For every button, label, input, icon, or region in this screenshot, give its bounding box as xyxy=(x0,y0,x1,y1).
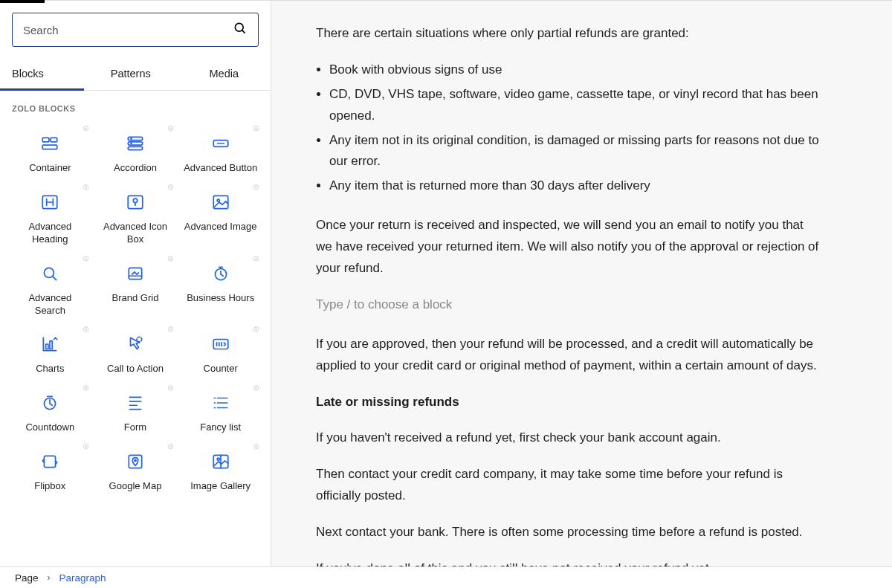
block-label: Advanced Button xyxy=(184,162,257,175)
block-label: Advanced Search xyxy=(13,292,87,317)
top-marker xyxy=(0,0,45,3)
search-input[interactable] xyxy=(23,24,233,36)
block-item-iconbox[interactable]: ⦾Advanced Icon Box xyxy=(93,179,178,251)
block-badge-icon: ⦾ xyxy=(83,125,88,133)
block-label: Charts xyxy=(36,363,64,375)
container-icon xyxy=(40,134,59,153)
block-item-charts[interactable]: ⦾Charts xyxy=(7,321,93,380)
block-item-counter[interactable]: ⦾Counter xyxy=(178,321,263,380)
breadcrumb-item[interactable]: Page xyxy=(15,572,39,584)
block-badge-icon: ⦾ xyxy=(168,384,173,392)
block-placeholder[interactable]: Type / to choose a block xyxy=(316,294,821,316)
search-box[interactable] xyxy=(12,13,259,47)
cta-icon xyxy=(126,335,145,354)
block-badge-icon: ⦾ xyxy=(253,125,259,133)
tab-patterns[interactable]: Patterns xyxy=(84,59,178,90)
svg-point-16 xyxy=(217,199,219,201)
block-item-fancylist[interactable]: ⦾Fancy list xyxy=(178,380,263,439)
block-badge-icon: ⦾ xyxy=(168,443,173,451)
heading-strong[interactable]: Late or missing refunds xyxy=(316,392,821,413)
paragraph[interactable]: Then contact your credit card company, i… xyxy=(316,464,821,507)
block-badge-icon: ⦾ xyxy=(168,125,173,133)
iconbox-icon xyxy=(126,193,145,212)
block-label: Advanced Heading xyxy=(13,221,87,246)
block-badge-icon: ⦾ xyxy=(253,326,259,334)
paragraph[interactable]: If you haven't received a refund yet, fi… xyxy=(316,427,821,449)
block-label: Advanced Icon Box xyxy=(98,221,172,246)
accordion-icon xyxy=(126,134,145,153)
block-item-form[interactable]: ⦾Form xyxy=(93,380,178,439)
paragraph[interactable]: If you've done all of this and you still… xyxy=(316,558,821,566)
bullet-list[interactable]: Book with obvious signs of use CD, DVD, … xyxy=(316,59,821,197)
list-item[interactable]: Any item that is returned more than 30 d… xyxy=(329,175,821,197)
paragraph[interactable]: If you are approved, then your refund wi… xyxy=(316,334,821,377)
svg-rect-4 xyxy=(43,145,58,149)
svg-point-9 xyxy=(131,143,132,143)
paragraph[interactable]: Next contact your bank. There is often s… xyxy=(316,522,821,543)
block-label: Advanced Image xyxy=(184,221,257,233)
block-item-flipbox[interactable]: ⦾Flipbox xyxy=(7,439,93,497)
block-item-cta[interactable]: ⦾Call to Action xyxy=(93,321,178,380)
block-label: Image Gallery xyxy=(190,480,251,493)
svg-rect-2 xyxy=(43,138,50,141)
form-icon xyxy=(126,393,145,413)
breadcrumb-item[interactable]: Paragraph xyxy=(59,572,106,584)
gallery-icon xyxy=(211,452,230,471)
paragraph[interactable]: There are certain situations where only … xyxy=(316,23,821,45)
list-item[interactable]: Book with obvious signs of use xyxy=(329,59,821,81)
chevron-right-icon: › xyxy=(48,572,51,583)
fancylist-icon xyxy=(211,393,230,413)
block-badge-icon: ⦾ xyxy=(83,255,88,263)
tab-media[interactable]: Media xyxy=(178,59,271,90)
document-content: There are certain situations where only … xyxy=(316,23,821,566)
block-item-heading[interactable]: ⦾Advanced Heading xyxy=(7,179,93,251)
svg-rect-7 xyxy=(128,146,143,149)
block-item-gallery[interactable]: ⦾Image Gallery xyxy=(178,439,263,497)
block-label: Countdown xyxy=(25,421,74,434)
inserter-tabs: Blocks Patterns Media xyxy=(0,59,271,91)
app-shell: Blocks Patterns Media ZOLO BLOCKS ⦾Conta… xyxy=(0,0,892,566)
svg-line-1 xyxy=(242,30,245,33)
svg-rect-22 xyxy=(46,344,48,349)
block-label: Google Map xyxy=(109,480,162,493)
block-item-accordion[interactable]: ⦾Accordion xyxy=(93,120,178,179)
svg-point-41 xyxy=(217,458,219,460)
block-badge-icon: ⦾ xyxy=(168,184,173,192)
editor-canvas[interactable]: There are certain situations where only … xyxy=(271,1,892,566)
block-badge-icon: ⦾ xyxy=(83,326,88,334)
brandgrid-icon xyxy=(126,264,145,283)
block-label: Business Hours xyxy=(187,292,254,305)
block-item-search[interactable]: ⦾Advanced Search xyxy=(7,251,93,322)
search-wrap xyxy=(0,1,271,59)
block-badge-icon: ⦾ xyxy=(83,184,88,192)
block-item-button[interactable]: ⦾Advanced Button xyxy=(178,120,263,179)
block-item-map[interactable]: ⦾Google Map xyxy=(93,439,178,497)
list-item[interactable]: CD, DVD, VHS tape, software, video game,… xyxy=(329,84,821,127)
block-badge-icon: ⦾ xyxy=(253,255,259,263)
block-label: Fancy list xyxy=(200,421,241,434)
block-label: Container xyxy=(29,162,71,175)
block-badge-icon: ⦾ xyxy=(253,443,259,451)
image-icon xyxy=(211,193,230,212)
block-item-clock[interactable]: ⦾Business Hours xyxy=(178,251,263,322)
search-icon xyxy=(40,264,59,283)
button-icon xyxy=(211,134,230,153)
list-item[interactable]: Any item not in its original condition, … xyxy=(329,130,821,173)
block-label: Accordion xyxy=(114,162,157,175)
block-label: Call to Action xyxy=(107,363,164,375)
flipbox-icon xyxy=(40,452,59,471)
block-item-countdown[interactable]: ⦾Countdown xyxy=(7,380,93,439)
block-badge-icon: ⦾ xyxy=(83,443,88,451)
tab-blocks[interactable]: Blocks xyxy=(0,59,84,90)
svg-line-18 xyxy=(53,276,56,280)
block-item-container[interactable]: ⦾Container xyxy=(7,120,93,179)
paragraph[interactable]: Once your return is received and inspect… xyxy=(316,215,821,280)
heading-icon xyxy=(40,193,59,212)
block-label: Flipbox xyxy=(34,480,65,493)
block-item-brandgrid[interactable]: ⦾Brand Grid xyxy=(93,251,178,322)
section-label: ZOLO BLOCKS xyxy=(0,91,271,116)
block-item-image[interactable]: ⦾Advanced Image xyxy=(178,179,263,251)
block-badge-icon: ⦾ xyxy=(253,184,259,192)
block-label: Form xyxy=(124,421,146,434)
svg-rect-3 xyxy=(51,138,57,141)
